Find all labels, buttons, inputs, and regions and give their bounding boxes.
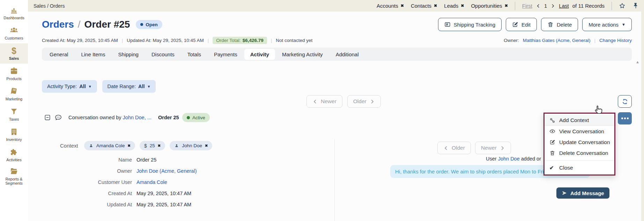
- updated-at-text: Updated At: May 29, 2025, 10:45 AM: [127, 38, 204, 43]
- context-chip-john-doe[interactable]: John Doe ✖: [170, 141, 212, 150]
- close-icon[interactable]: ✖: [158, 144, 161, 148]
- nav-tab-contacts[interactable]: Contacts✖: [411, 3, 437, 9]
- context-row: Context Amanda Cole ✖ $ 25 ✖ John Doe ✖: [60, 141, 212, 150]
- menu-item-delete-conversation[interactable]: Delete Conversation: [545, 148, 614, 158]
- conversation-owner-link[interactable]: John Doe, ...: [123, 115, 151, 120]
- older-button[interactable]: Older: [347, 95, 381, 108]
- tab-activity[interactable]: Activity: [244, 49, 275, 60]
- close-icon[interactable]: ✖: [128, 144, 131, 148]
- sidebar-item-dashboards[interactable]: Dashboards: [0, 3, 28, 23]
- nav-tab-opportunities[interactable]: Opportunities✖: [471, 3, 508, 9]
- refresh-button[interactable]: [618, 95, 632, 108]
- shipping-tracking-button[interactable]: Shipping Tracking: [438, 18, 502, 31]
- sidebar-item-reports-segments[interactable]: Reports & Segments: [0, 165, 28, 187]
- conversation-more-button[interactable]: [618, 112, 632, 124]
- edit-button[interactable]: Edit: [506, 18, 537, 31]
- status-badge-open: Open: [136, 20, 162, 29]
- owner-link[interactable]: Matthias Gates (Acme, General): [523, 38, 591, 43]
- last-record-link[interactable]: Last: [559, 3, 569, 9]
- sidebar-item-label: Sales: [9, 56, 19, 60]
- menu-item-update-conversation[interactable]: Update Conversation: [545, 137, 614, 148]
- close-icon[interactable]: ✖: [401, 3, 404, 8]
- panel-divider: [334, 139, 335, 221]
- delete-button[interactable]: Delete: [541, 18, 578, 31]
- conversation-title: Conversation owned by John Doe, ...: [68, 115, 151, 120]
- context-chip-amanda-cole[interactable]: Amanda Cole ✖: [84, 141, 135, 150]
- tab-additional[interactable]: Additional: [330, 49, 365, 60]
- menu-item-view-conversation[interactable]: View Conversation: [545, 126, 614, 137]
- tab-general[interactable]: General: [44, 49, 74, 60]
- edit-icon: [512, 21, 518, 28]
- tab-totals[interactable]: Totals: [182, 49, 207, 60]
- message-pager: Older Newer: [437, 142, 511, 154]
- pin-icon[interactable]: [632, 2, 639, 9]
- close-icon[interactable]: ✖: [505, 3, 508, 8]
- chevron-left-icon[interactable]: [536, 3, 541, 8]
- chevron-right-icon: [500, 145, 505, 151]
- sidebar-item-customers[interactable]: Customers: [0, 23, 28, 43]
- activity-type-filter[interactable]: Activity Type: All ▼: [42, 80, 97, 93]
- conversation-context-menu: Add Context View Conversation Update Con…: [543, 113, 615, 176]
- menu-item-add-context[interactable]: Add Context: [545, 115, 614, 126]
- more-actions-button[interactable]: More actions ▼: [582, 18, 632, 31]
- chevron-down-icon: ▼: [88, 85, 92, 88]
- close-icon[interactable]: ✖: [205, 144, 208, 148]
- sidebar-item-marketing[interactable]: Marketing: [0, 84, 28, 104]
- funnel-icon: [10, 107, 18, 116]
- eye-icon: [549, 128, 555, 134]
- conversation-row[interactable]: Conversation owned by John Doe, ... Orde…: [44, 112, 358, 123]
- newer-messages-button[interactable]: Newer: [475, 142, 511, 154]
- nav-tab-accounts[interactable]: Accounts✖: [377, 3, 404, 9]
- speech-bubble-icon: [54, 114, 62, 121]
- edit-icon: [549, 139, 555, 145]
- tab-payments[interactable]: Payments: [208, 49, 243, 60]
- sidebar-item-sales[interactable]: $ Sales: [0, 43, 28, 64]
- detail-row-created-at: Created At May 29, 2025, 10:47 AM: [60, 188, 197, 199]
- detail-customer-user-link[interactable]: Amanda Cole: [136, 179, 167, 185]
- chevron-right-icon: [370, 99, 375, 104]
- status-dot: [187, 116, 190, 119]
- tab-line-items[interactable]: Line Items: [75, 49, 111, 60]
- puzzle-icon: [10, 148, 18, 156]
- chevron-down-icon: ▼: [147, 85, 151, 88]
- scroll-up-arrow[interactable]: ▲: [636, 60, 639, 64]
- list-icon: [444, 21, 451, 28]
- sidebar-item-activities[interactable]: Activities: [0, 145, 28, 165]
- change-history-link[interactable]: Change History: [599, 38, 632, 43]
- dollar-icon: $: [144, 143, 147, 149]
- chevron-right-icon[interactable]: [550, 3, 555, 8]
- top-navigation: Accounts✖ Contacts✖ Leads✖ Opportunities…: [377, 2, 639, 10]
- nav-tab-leads[interactable]: Leads✖: [444, 3, 464, 9]
- sidebar-item-inventory[interactable]: Inventory: [0, 124, 28, 145]
- bar-chart-icon: [10, 6, 18, 14]
- add-message-button[interactable]: Add Message: [556, 187, 609, 199]
- sidebar-item-taxes[interactable]: Taxes: [0, 104, 28, 124]
- sidebar-item-products[interactable]: Products: [0, 64, 28, 84]
- close-icon[interactable]: ✖: [434, 3, 437, 8]
- link-icon: [549, 117, 555, 123]
- older-messages-button[interactable]: Older: [437, 142, 471, 154]
- tab-discounts[interactable]: Discounts: [146, 49, 180, 60]
- message-author-link[interactable]: John Doe: [498, 156, 520, 162]
- collapse-icon[interactable]: [44, 114, 51, 121]
- tab-shipping[interactable]: Shipping: [112, 49, 145, 60]
- sidebar-item-label: Taxes: [9, 117, 19, 121]
- menu-item-close[interactable]: ✔ Close: [545, 162, 614, 173]
- orders-breadcrumb-link[interactable]: Orders: [42, 19, 74, 30]
- star-icon[interactable]: [619, 2, 626, 9]
- title-separator: /: [78, 19, 81, 30]
- chevron-left-icon: [443, 145, 449, 151]
- tab-marketing-activity[interactable]: Marketing Activity: [276, 49, 329, 60]
- first-record-link[interactable]: First: [522, 3, 532, 9]
- detail-owner-link[interactable]: John Doe (Acme, General): [136, 168, 197, 174]
- newer-button[interactable]: Newer: [306, 95, 342, 108]
- close-icon[interactable]: ✖: [461, 3, 464, 8]
- context-chip-order-25[interactable]: $ 25 ✖: [140, 141, 165, 150]
- detail-row-owner: Owner John Doe (Acme, General): [60, 165, 197, 177]
- breadcrumb: Sales / Orders: [34, 3, 65, 9]
- check-icon: ✔: [549, 165, 555, 171]
- person-icon: [174, 143, 179, 148]
- date-range-filter[interactable]: Date Range: All ▼: [102, 80, 156, 93]
- sidebar: Dashboards Customers $ Sales Products Ma…: [0, 0, 28, 221]
- sidebar-item-label: Dashboards: [3, 16, 24, 20]
